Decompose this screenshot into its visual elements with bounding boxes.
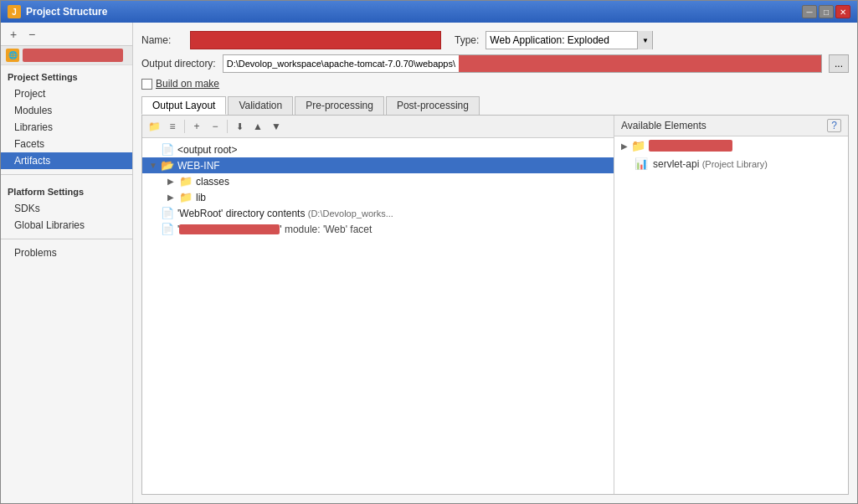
servlet-api-icon: 📊 bbox=[635, 157, 648, 170]
webroot-icon: 📄 bbox=[161, 207, 174, 219]
available-root-row[interactable]: ▶ 📁 bbox=[614, 136, 848, 155]
classes-label: classes bbox=[196, 176, 229, 188]
build-on-make-row: Build on make bbox=[141, 78, 849, 90]
avail-chevron-icon: ▶ bbox=[621, 141, 628, 151]
module-web-label: '' module: 'Web' facet bbox=[177, 224, 372, 235]
sidebar-toolbar: + − bbox=[1, 23, 132, 46]
name-row: Name: Type: Web Application: Exploded ▼ bbox=[141, 31, 849, 49]
tab-pre-processing[interactable]: Pre-processing bbox=[295, 96, 384, 115]
output-root-label: <output root> bbox=[177, 144, 237, 156]
tree-item-output-root[interactable]: 📄 <output root> bbox=[142, 141, 614, 157]
remove-button[interactable]: − bbox=[207, 118, 223, 135]
type-select-container: Web Application: Exploded ▼ bbox=[486, 31, 653, 49]
output-dir-input-container: D:\Devolop_workspace\apache-tomcat-7.0.7… bbox=[223, 54, 822, 73]
lib-label: lib bbox=[196, 192, 206, 203]
app-icon: J bbox=[8, 5, 21, 18]
tree-item-module-web[interactable]: 📄 '' module: 'Web' facet bbox=[142, 221, 614, 237]
toolbar-separator-2 bbox=[227, 120, 228, 133]
output-toolbar: 📁 ≡ + − ⬇ ▲ ▼ bbox=[142, 116, 614, 138]
sidebar-item-facets[interactable]: Facets bbox=[1, 136, 132, 152]
name-input[interactable] bbox=[190, 31, 441, 49]
webroot-label: 'WebRoot' directory contents (D:\Devolop… bbox=[177, 208, 393, 219]
add-artifact-button[interactable]: + bbox=[6, 27, 21, 42]
create-dir-button[interactable]: ⬇ bbox=[231, 118, 248, 135]
output-dir-redacted bbox=[459, 55, 821, 72]
tree-item-lib[interactable]: ▶ 📁 lib bbox=[142, 189, 614, 205]
project-settings-heading: Project Settings bbox=[1, 65, 132, 85]
title-bar-left: J Project Structure bbox=[8, 5, 107, 18]
main-panel: Name: Type: Web Application: Exploded ▼ … bbox=[133, 23, 857, 503]
avail-folder-name-redacted bbox=[649, 140, 732, 152]
output-tree: 📄 <output root> ▼ 📂 WEB-INF ▶ 📁 bbox=[142, 138, 614, 494]
sidebar-item-sdks[interactable]: SDKs bbox=[1, 200, 132, 217]
output-area: 📁 ≡ + − ⬇ ▲ ▼ bbox=[141, 115, 849, 495]
sidebar-divider-2 bbox=[1, 239, 132, 239]
move-down-button[interactable]: ▼ bbox=[268, 118, 285, 135]
name-label: Name: bbox=[141, 34, 183, 46]
servlet-api-label: servlet-api (Project Library) bbox=[653, 158, 768, 170]
web-inf-folder-icon: 📂 bbox=[161, 159, 174, 172]
build-on-make-checkbox[interactable] bbox=[141, 79, 152, 90]
output-dir-label: Output directory: bbox=[141, 58, 216, 69]
output-root-icon: 📄 bbox=[161, 143, 174, 156]
output-dir-row: Output directory: D:\Devolop_workspace\a… bbox=[141, 54, 849, 73]
lib-folder-icon: 📁 bbox=[179, 191, 193, 203]
output-dir-prefix: D:\Devolop_workspace\apache-tomcat-7.0.7… bbox=[223, 59, 459, 69]
type-label: Type: bbox=[455, 34, 479, 46]
tab-output-layout[interactable]: Output Layout bbox=[141, 96, 226, 115]
artifact-list-item[interactable]: 🌐 bbox=[1, 46, 132, 65]
available-elements-panel: Available Elements ? ▶ 📁 📊 servlet-api bbox=[614, 116, 848, 494]
tab-validation[interactable]: Validation bbox=[228, 96, 293, 115]
move-up-button[interactable]: ▲ bbox=[249, 118, 266, 135]
remove-artifact-button[interactable]: − bbox=[24, 27, 39, 42]
sidebar-item-libraries[interactable]: Libraries bbox=[1, 119, 132, 136]
project-structure-window: J Project Structure ─ □ ✕ + − 🌐 Project … bbox=[0, 0, 858, 504]
module-web-icon: 📄 bbox=[161, 223, 174, 235]
avail-folder-icon: 📁 bbox=[631, 139, 645, 152]
window-controls: ─ □ ✕ bbox=[802, 5, 850, 18]
type-value: Web Application: Exploded bbox=[486, 34, 637, 46]
artifact-name-redacted bbox=[23, 49, 123, 62]
available-item-servlet-api[interactable]: 📊 servlet-api (Project Library) bbox=[614, 155, 848, 172]
type-dropdown-button[interactable]: ▼ bbox=[637, 31, 652, 49]
toggle-lib[interactable]: ▶ bbox=[167, 193, 176, 202]
build-on-make-label: Build on make bbox=[156, 78, 219, 90]
platform-settings-heading: Platform Settings bbox=[1, 180, 132, 200]
artifact-icon: 🌐 bbox=[6, 49, 19, 62]
toolbar-separator-1 bbox=[184, 120, 185, 133]
available-elements-header: Available Elements ? bbox=[614, 116, 848, 136]
sidebar-item-problems[interactable]: Problems bbox=[1, 244, 132, 261]
show-library-button[interactable]: ≡ bbox=[164, 118, 181, 135]
toggle-web-inf[interactable]: ▼ bbox=[149, 161, 157, 170]
sidebar-item-modules[interactable]: Modules bbox=[1, 102, 132, 119]
maximize-button[interactable]: □ bbox=[819, 5, 834, 18]
sidebar: + − 🌐 Project Settings Project Modules L… bbox=[1, 23, 133, 503]
output-panel: 📁 ≡ + − ⬇ ▲ ▼ bbox=[142, 116, 614, 494]
output-tabs: Output Layout Validation Pre-processing … bbox=[141, 96, 849, 115]
window-title: Project Structure bbox=[26, 6, 107, 18]
title-bar: J Project Structure ─ □ ✕ bbox=[1, 1, 857, 23]
web-inf-label: WEB-INF bbox=[177, 160, 220, 172]
add-button[interactable]: + bbox=[188, 118, 205, 135]
classes-folder-icon: 📁 bbox=[179, 175, 193, 188]
available-elements-title: Available Elements bbox=[621, 120, 706, 131]
toggle-classes[interactable]: ▶ bbox=[167, 177, 176, 186]
tree-item-classes[interactable]: ▶ 📁 classes bbox=[142, 173, 614, 189]
tree-item-web-inf[interactable]: ▼ 📂 WEB-INF bbox=[142, 157, 614, 173]
tab-post-processing[interactable]: Post-processing bbox=[386, 96, 480, 115]
sidebar-divider bbox=[1, 174, 132, 175]
main-content: + − 🌐 Project Settings Project Modules L… bbox=[1, 23, 857, 503]
sidebar-item-global-libraries[interactable]: Global Libraries bbox=[1, 217, 132, 234]
sidebar-item-artifacts[interactable]: Artifacts bbox=[1, 152, 132, 169]
available-help-button[interactable]: ? bbox=[827, 119, 841, 132]
minimize-button[interactable]: ─ bbox=[802, 5, 817, 18]
tree-item-webroot[interactable]: 📄 'WebRoot' directory contents (D:\Devol… bbox=[142, 205, 614, 221]
show-module-output-button[interactable]: 📁 bbox=[146, 118, 162, 135]
sidebar-item-project[interactable]: Project bbox=[1, 85, 132, 102]
close-button[interactable]: ✕ bbox=[835, 5, 850, 18]
browse-button[interactable]: ... bbox=[829, 54, 849, 73]
